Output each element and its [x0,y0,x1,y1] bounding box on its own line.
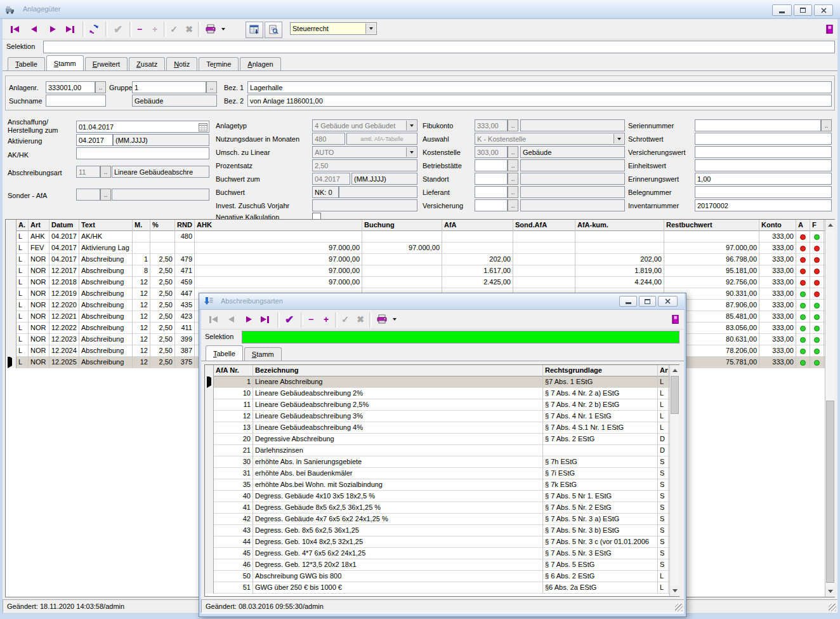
confirm-button[interactable]: ✓ [339,312,351,326]
fibukonto-code-field[interactable]: 333,00 [475,119,508,131]
resize-grip[interactable] [829,604,836,611]
confirm-button[interactable]: ✓ [167,22,180,36]
print-button[interactable] [202,22,219,37]
popup-table-scrollbar[interactable] [669,365,679,596]
popup-close-button[interactable] [658,296,678,307]
popup-selektion-input[interactable] [242,331,679,343]
invest-field[interactable] [312,199,417,211]
scrollbar-thumb[interactable] [671,376,679,414]
table-row[interactable]: 42Degress. Gebäude 4x7 6x5 6x2 24x1,25 %… [205,514,679,525]
main-table-scrollbar[interactable] [825,220,835,597]
nutzungsdauer-field[interactable]: 480 [312,133,345,145]
table-row[interactable]: 10Lineare Gebäudeabschreibung 2%§ 7 Abs.… [205,388,679,399]
tab-termine[interactable]: Termine [199,57,239,71]
print-menu-button[interactable] [220,25,227,33]
betriebstaette-code-field[interactable] [475,159,508,171]
column-header[interactable]: Datum [49,220,79,231]
inventarnummer-field[interactable]: 20170002 [695,199,832,211]
column-header[interactable]: Art [658,365,669,376]
bez1-field[interactable]: Lagerhalle [247,81,832,93]
table-row[interactable]: 46Degress. Geb. 12*3,5 20x2 18x1§ 7 Abs.… [205,559,679,571]
column-header[interactable]: Buchung [362,220,442,231]
tab-erweitert[interactable]: Erweitert [85,57,128,71]
gruppe-field[interactable]: 1 [132,81,206,93]
nav-first-button[interactable] [8,22,22,36]
abschreibungsart-code-field[interactable]: 11 [76,166,100,178]
delete-record-button[interactable]: − [305,312,317,326]
maximize-button[interactable] [794,4,812,16]
column-header[interactable]: Art [29,220,49,231]
nav-first-button[interactable] [206,312,220,326]
column-header[interactable]: AfA-kum. [575,220,664,231]
dropdown-arrow-button[interactable] [614,134,624,143]
nav-prev-button[interactable] [27,22,41,36]
table-row[interactable]: 44Degress. Geb. 10x4 8x2,5 32x1,25§ 7 Ab… [205,536,679,548]
table-row[interactable]: 35erhöhte Abs.bei Wohn. mit Sozialbindun… [205,479,679,491]
table-row[interactable]: LNOR12.2018Abschreibung122,5045997.000,0… [6,277,834,288]
nav-prev-button[interactable] [224,312,238,326]
anlagenr-field[interactable]: 333001,00 [46,81,95,93]
versicherungswert-field[interactable] [695,146,832,158]
resize-grip[interactable] [675,604,683,611]
column-header[interactable]: Restbuchwert [664,220,759,231]
standort-code-field[interactable] [475,173,508,185]
column-header[interactable]: AfA Nr. [214,365,253,376]
scroll-down-button[interactable] [825,586,835,596]
versicherung-lookup-button[interactable]: .. [508,199,518,211]
akhk-field[interactable] [76,147,209,159]
tab-stamm[interactable]: Stamm [46,55,84,71]
auswahl-dropdown[interactable]: K - Kostenstelle [475,133,625,145]
scroll-up-button[interactable] [670,365,679,375]
nav-next-button[interactable] [46,22,60,36]
schrottwert-field[interactable] [695,133,832,145]
view-select-combobox[interactable]: Steuerrecht [290,22,377,35]
table-row[interactable]: 31erhöhte Abs. bei Baudenkmäler§ 7i EStG… [205,468,679,479]
bez2-field[interactable]: von Anlage 1186001,00 [247,95,832,107]
anlagenr-lookup-button[interactable]: .. [95,81,106,93]
anlagetyp-dropdown[interactable]: 4 Gebäude und Gebäudet [312,119,417,131]
add-record-button[interactable]: + [148,22,161,36]
delete-record-button[interactable]: − [133,22,146,36]
scrollbar-thumb[interactable] [826,401,834,583]
table-row[interactable]: 43Degress. Geb. 8x5 6x2,5 36x1,25§ 7 Abs… [205,525,679,536]
versicherung-code-field[interactable] [475,199,508,211]
tab-stamm[interactable]: Stamm [244,347,282,361]
column-header[interactable]: Text [79,220,133,231]
table-row[interactable]: 20Degressive Abschreibung§ 7 Abs. 2 EStG… [205,434,679,445]
cancel-button[interactable]: ✖ [183,22,195,36]
table-row[interactable]: 51GWG über 250 € bis 1000 €§6 Abs. 2a ES… [205,582,679,594]
column-header[interactable]: AfA [442,220,513,231]
sonder-afa-lookup-button[interactable]: .. [100,189,111,201]
cancel-button[interactable]: ✖ [354,312,367,326]
column-header[interactable]: F [810,220,824,231]
column-header[interactable] [205,365,214,376]
afa-types-table[interactable]: AfA Nr.BezeichnungRechtsgrundlageArt 1Li… [204,364,679,597]
refresh-button[interactable] [86,22,102,37]
table-row[interactable]: 11Lineare Gebäudeabschreibung 2,5%§ 7 Ab… [205,399,679,411]
table-row[interactable]: 45Degress. Geb. 4*7 6x5 6x2 24x1,25§ 7 A… [205,548,679,559]
exit-button[interactable] [822,22,836,37]
abschreibungsart-lookup-button[interactable]: .. [100,166,111,178]
tab-tabelle[interactable]: Tabelle [8,57,45,71]
column-header[interactable]: RND [175,220,195,231]
calendar-button[interactable] [199,123,207,133]
column-header[interactable]: Konto [759,220,796,231]
table-row[interactable]: 30erhöhte Abs. in Sanierungsgebiete§ 7h … [205,456,679,468]
tab-tabelle[interactable]: Tabelle [206,345,243,361]
nav-last-button[interactable] [63,22,77,36]
belegnummer-field[interactable] [695,186,832,198]
afa-tabelle-button[interactable]: amtl. AfA-Tabelle [346,133,417,145]
gruppe-lookup-button[interactable]: .. [206,81,217,93]
combobox-arrow-button[interactable] [365,23,376,34]
table-row[interactable]: 21DarlehnszinsenD [205,445,679,456]
table-row[interactable]: 12Lineare Gebäudeabschreibung 3%§ 7 Abs.… [205,411,679,422]
apply-button[interactable]: ✔ [281,312,298,327]
popup-maximize-button[interactable] [639,296,656,307]
column-header[interactable]: Bezeichnung [253,365,543,376]
nav-last-button[interactable] [258,312,272,326]
table-row[interactable]: 40Degress. Gebäude 4x10 3x5 18x2,5 %§ 7 … [205,491,679,502]
einheitswert-field[interactable] [695,159,832,171]
scroll-up-button[interactable] [825,220,835,230]
column-header[interactable]: AHK [195,220,362,231]
table-row[interactable]: LNOR12.2017Abschreibung82,5047197.000,00… [6,265,834,277]
